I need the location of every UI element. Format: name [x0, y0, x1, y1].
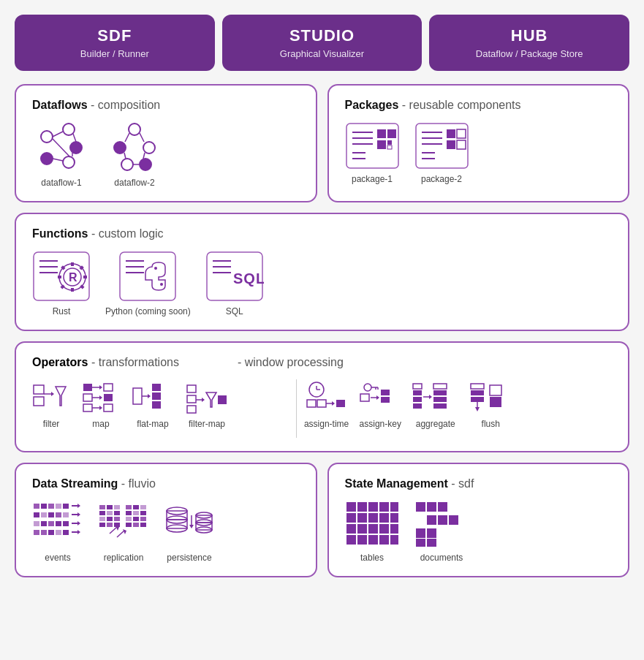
svg-rect-40: [457, 140, 466, 149]
svg-rect-200: [379, 502, 389, 512]
svg-rect-215: [379, 535, 389, 545]
svg-rect-178: [140, 511, 146, 515]
svg-line-18: [143, 153, 145, 159]
package-1-label: package-1: [352, 174, 393, 184]
svg-rect-86: [152, 384, 161, 391]
svg-rect-72: [83, 394, 92, 401]
svg-rect-222: [449, 515, 458, 525]
svg-point-104: [364, 384, 371, 391]
svg-rect-208: [357, 524, 367, 534]
tables-label: tables: [360, 553, 384, 563]
rust-icon: R: [32, 251, 91, 302]
state-management-card: State Management - sdf: [327, 463, 630, 577]
svg-marker-79: [99, 406, 102, 410]
header-section: SDF Builder / Runner STUDIO Graphical Vi…: [15, 15, 629, 71]
data-streaming-card: Data Streaming - fluvio: [15, 463, 317, 577]
svg-rect-29: [387, 140, 392, 145]
svg-marker-149: [77, 521, 80, 526]
dataflow-1-icon: [32, 122, 91, 173]
data-streaming-items: events: [32, 501, 300, 563]
svg-rect-203: [357, 513, 367, 523]
svg-rect-159: [114, 505, 120, 509]
flat-map-icon: [132, 379, 174, 414]
svg-rect-174: [133, 505, 139, 509]
packages-items: package-1 p: [345, 122, 613, 184]
svg-rect-56: [120, 252, 175, 300]
filter-map-label: filter-map: [189, 419, 225, 429]
svg-rect-199: [368, 502, 378, 512]
tables-item: tables: [345, 501, 400, 563]
svg-rect-133: [63, 504, 69, 509]
svg-rect-52: [80, 284, 84, 289]
map-label: map: [92, 419, 109, 429]
svg-rect-139: [56, 512, 61, 517]
svg-rect-26: [377, 129, 386, 138]
python-label: Python (coming soon): [105, 306, 191, 316]
svg-rect-38: [457, 129, 466, 138]
svg-rect-181: [140, 517, 146, 521]
svg-rect-176: [126, 511, 132, 515]
svg-rect-225: [416, 539, 425, 547]
documents-item: documents: [414, 501, 469, 563]
svg-rect-216: [390, 535, 398, 545]
svg-line-8: [53, 159, 63, 161]
dataflow-1-label: dataflow-1: [41, 178, 81, 188]
svg-rect-173: [126, 505, 132, 509]
svg-rect-182: [126, 523, 132, 527]
svg-text:R: R: [69, 271, 77, 284]
aggregate-label: aggregate: [416, 419, 455, 429]
dataflows-card: Dataflows - composition: [15, 84, 317, 202]
svg-rect-221: [438, 515, 447, 525]
svg-rect-132: [56, 504, 61, 509]
filter-map-item: filter-map: [186, 379, 228, 429]
svg-rect-137: [41, 512, 47, 517]
filter-map-icon: [186, 379, 228, 414]
svg-rect-198: [357, 502, 367, 512]
svg-rect-223: [416, 528, 425, 538]
svg-rect-209: [368, 524, 378, 534]
dataflows-title: Dataflows - composition: [32, 99, 300, 112]
svg-line-171: [117, 531, 124, 537]
svg-marker-126: [475, 407, 480, 411]
svg-rect-115: [413, 403, 422, 409]
svg-rect-138: [48, 512, 54, 517]
svg-rect-113: [413, 390, 422, 395]
svg-rect-50: [83, 276, 87, 278]
events-item: events: [32, 501, 83, 563]
assign-key-icon: [359, 379, 401, 414]
svg-line-6: [73, 134, 76, 142]
replication-label: replication: [104, 553, 144, 563]
svg-rect-179: [126, 517, 132, 521]
svg-rect-211: [390, 524, 398, 534]
svg-rect-73: [83, 404, 92, 411]
svg-rect-186: [167, 511, 187, 520]
studio-card: STUDIO Graphical Visualizer: [222, 15, 423, 71]
filter-icon: [32, 379, 70, 414]
svg-rect-123: [471, 390, 484, 395]
events-icon: [32, 501, 83, 548]
functions-items: R Rust Python (coming soon): [32, 251, 612, 316]
svg-rect-197: [346, 502, 356, 512]
svg-rect-28: [377, 140, 386, 149]
svg-rect-112: [413, 384, 422, 389]
svg-rect-153: [56, 530, 61, 535]
svg-rect-127: [490, 385, 501, 395]
svg-rect-91: [187, 406, 196, 413]
operators-left: filter: [32, 379, 289, 429]
svg-rect-188: [167, 520, 187, 528]
svg-rect-30: [387, 145, 392, 149]
svg-rect-89: [187, 385, 196, 392]
svg-rect-124: [471, 397, 484, 402]
rust-label: Rust: [53, 306, 71, 316]
dataflow-2-icon: [105, 122, 164, 173]
persistence-label: persistence: [167, 553, 211, 563]
svg-rect-96: [317, 400, 326, 407]
svg-marker-156: [77, 530, 80, 534]
svg-point-12: [143, 142, 155, 153]
sdf-card: SDF Builder / Runner: [15, 15, 215, 71]
svg-point-2: [70, 142, 82, 153]
rust-item: R Rust: [32, 251, 91, 316]
svg-rect-83: [133, 388, 142, 404]
dataflows-packages-row: Dataflows - composition: [15, 84, 629, 202]
svg-rect-102: [336, 400, 345, 407]
